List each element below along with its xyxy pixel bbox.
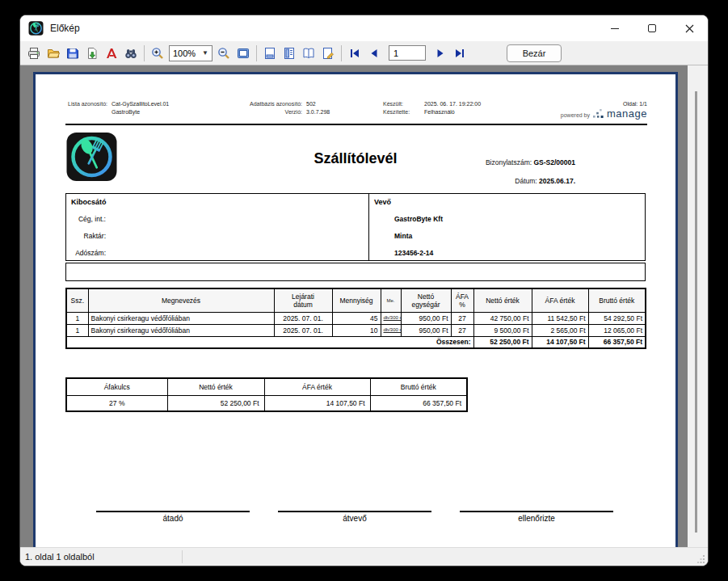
print-button[interactable] [24,44,44,63]
vat-col-vat: ÁFA érték [264,378,370,395]
items-table: Ssz. Megnevezés Lejárati dátum Mennyiség… [65,288,646,349]
col-mennyiseg: Mennyiség [332,288,381,312]
total-label: Összesen: [66,336,473,348]
lista-azonosito-value2: GastroByte [112,109,169,115]
find-button[interactable] [121,44,141,63]
item-row: 1 Bakonyi csirkeragu védőfóliában 2025. … [66,312,646,324]
vat-data-row: 27 % 52 250,00 Ft 14 107,50 Ft 66 357,50… [66,395,467,411]
window-title: Előkép [50,23,80,34]
bizonylatszam-value: GS-S2/00001 [533,158,575,166]
toolbar-separator [341,45,342,61]
toolbar-separator [144,45,145,61]
page-footer-view-button[interactable] [260,44,280,63]
vat-gross-value: 66 357,50 Ft [370,395,467,411]
open-button[interactable] [44,44,63,63]
document-numbers: Bizonylatszám: GS-S2/00001 Dátum: 2025.0… [486,158,575,185]
item-name: Bakonyi csirkeragu védőfóliában [88,312,274,324]
toolbar: 100% ▼ [20,41,708,65]
datum-label: Dátum: [515,177,537,185]
titlebar: Előkép [20,15,708,41]
export-button[interactable] [82,44,102,63]
item-net: 42 750,00 Ft [473,312,532,324]
page-footer-icon [263,47,276,60]
maximize-icon [648,24,656,32]
item-gross: 12 065,00 Ft [588,324,646,336]
zoom-in-icon [151,47,164,60]
resize-grip[interactable] [697,555,705,563]
first-page-icon [348,47,361,60]
chevron-down-icon: ▼ [202,49,208,57]
prev-page-icon [368,47,381,60]
vertical-scrollbar[interactable] [688,65,708,547]
save-button[interactable] [63,44,82,63]
signature-checked: ellenőrizte [460,511,613,523]
close-preview-button[interactable]: Bezár [507,44,562,62]
powered-by-label: powered by [561,112,590,118]
item-qty: 45 [332,312,381,324]
zoom-in-button[interactable] [148,44,167,63]
page-outline-view-button[interactable] [280,44,299,63]
adatbazis-label: Adatbázis azonosító: [231,101,302,107]
maximize-button[interactable] [633,15,671,41]
whole-page-button[interactable] [234,44,253,63]
last-page-icon [453,47,466,60]
prev-page-button[interactable] [364,44,384,63]
col-ssz: Ssz. [66,288,88,312]
vat-net-value: 52 250,00 Ft [167,395,264,411]
adatbazis-value: 502 [306,101,330,107]
item-vat-rate: 27 [451,324,473,336]
item-unit: db/300 ml [381,324,401,336]
document-title: Szállítólevél [36,150,675,167]
vat-col-gross: Bruttó érték [370,378,467,395]
zoom-level-value: 100% [173,48,196,58]
page-number-input[interactable] [389,45,426,61]
item-expiry: 2025. 07. 01. [274,312,332,324]
total-vat-value: 14 107,50 Ft [532,336,588,348]
zoom-level-select[interactable]: 100% ▼ [169,45,213,61]
statusbar-separator [182,550,183,563]
two-page-view-button[interactable] [299,44,318,63]
vat-col-rate: Áfakulcs [66,378,167,395]
next-page-icon [434,47,447,60]
item-net: 9 500,00 Ft [473,324,532,336]
minimize-button[interactable] [596,15,633,41]
app-logo-icon [28,21,44,36]
edit-page-button[interactable] [318,44,338,63]
issuer-header: Kibocsátó [71,198,107,206]
item-expiry: 2025. 07. 01. [274,324,332,336]
edit-page-icon [322,47,335,60]
scrollbar-thumb[interactable] [695,91,697,533]
last-page-button[interactable] [450,44,469,63]
pdf-button[interactable] [102,44,121,63]
issuer-warehouse-label: Raktár: [20,232,106,240]
printer-icon [27,47,40,60]
keszult-value: 2025. 06. 17. 19:22:00 [424,101,481,107]
verzio-label: Verzió: [231,109,302,115]
close-button[interactable] [671,15,708,41]
manage-dots-icon [593,109,604,118]
item-row: 1 Bakonyi csirkeragu védőfóliában 2025. … [66,324,646,336]
vat-vat-value: 14 107,50 Ft [264,395,370,411]
total-gross-value: 66 357,50 Ft [588,336,646,348]
col-lejarati: Lejárati dátum [274,288,332,312]
item-vat-rate: 27 [451,312,473,324]
signature-receiver: átvevő [278,511,431,523]
col-netto-ertek: Nettó érték [473,288,532,312]
first-page-button[interactable] [345,44,364,63]
manage-brand-text: manage [607,109,647,118]
issuer-taxnumber-label: Adószám: [20,249,106,257]
col-megnevezes: Megnevezés [88,288,274,312]
item-vat: 11 542,50 Ft [532,312,588,324]
lista-azonosito-value: Cat-GySzallitoLevel.01 [112,101,169,107]
col-me: Me. [381,288,401,312]
save-icon [66,47,79,60]
buyer-taxnumber-value: 123456-2-14 [394,249,433,257]
keszitette-label: Készítette: [383,109,420,115]
pdf-icon [105,47,118,60]
preview-window: Előkép [19,15,709,566]
lista-azonosito-label: Lista azonosító: [68,101,107,107]
bizonylatszam-label: Bizonylatszám: [486,158,532,166]
item-gross: 54 292,50 Ft [588,312,646,324]
zoom-out-button[interactable] [214,44,234,63]
next-page-button[interactable] [431,44,450,63]
